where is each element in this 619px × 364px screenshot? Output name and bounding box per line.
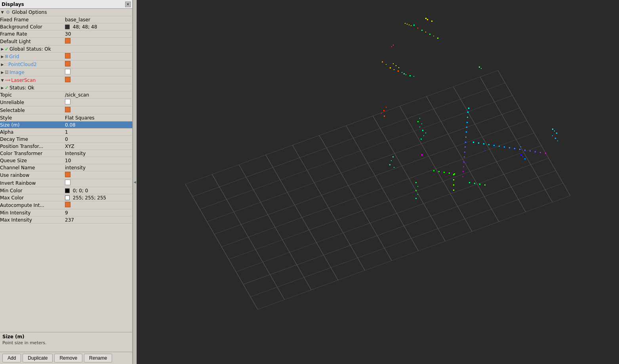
image-name: ▶ 🖼 Image <box>0 69 63 76</box>
pointcloud2-row[interactable]: ▶ ⸬ PointCloud2 <box>0 61 132 68</box>
style-row[interactable]: Style Flat Squares <box>0 114 132 121</box>
topic-name: Topic <box>0 92 63 98</box>
min-intensity-value[interactable]: 9 <box>63 210 132 216</box>
global-status-expand[interactable]: ▶ <box>0 47 5 51</box>
channel-name-value[interactable]: intensity <box>63 165 132 171</box>
topic-row[interactable]: Topic /sick_scan <box>0 91 132 99</box>
alpha-row[interactable]: Alpha 1 <box>0 129 132 136</box>
svg-rect-31 <box>466 131 467 133</box>
svg-rect-39 <box>463 171 464 172</box>
global-options-row[interactable]: ▼ ⚙ Global Options <box>0 9 132 16</box>
laser-status-row[interactable]: ▶ ✓ Status: Ok <box>0 84 132 91</box>
duplicate-button[interactable]: Duplicate <box>23 354 53 362</box>
unreliable-checkbox[interactable] <box>65 99 70 104</box>
global-status-row[interactable]: ▶ ✓ Global Status: Ok <box>0 46 132 53</box>
laser-checkbox[interactable] <box>65 77 70 82</box>
background-color-text: 48; 48; 48 <box>73 24 97 30</box>
grid-row[interactable]: ▶ ⊞ Grid <box>0 53 132 61</box>
image-expand[interactable]: ▶ <box>0 70 5 75</box>
image-checkbox[interactable] <box>65 69 70 74</box>
invert-rainbow-checkbox[interactable] <box>65 180 70 185</box>
collapse-handle[interactable] <box>133 0 137 364</box>
fixed-frame-row[interactable]: Fixed Frame base_laser <box>0 16 132 23</box>
svg-rect-97 <box>389 164 390 165</box>
alpha-value[interactable]: 1 <box>63 129 132 135</box>
grid-checkbox[interactable] <box>65 53 70 59</box>
autocompute-checkbox[interactable] <box>65 202 70 207</box>
pc2-expand[interactable]: ▶ <box>0 62 5 67</box>
pc2-checkbox[interactable] <box>65 61 70 66</box>
laser-expand[interactable]: ▼ <box>0 78 5 83</box>
queue-size-row[interactable]: Queue Size 10 <box>0 157 132 164</box>
color-transformer-name: Color Transformer <box>0 150 63 157</box>
svg-rect-62 <box>444 172 445 173</box>
unreliable-value <box>63 99 132 106</box>
max-intensity-value[interactable]: 237 <box>63 217 132 223</box>
style-value[interactable]: Flat Squares <box>63 115 132 121</box>
use-rainbow-checkbox[interactable] <box>65 172 70 177</box>
size-value[interactable]: 0.08 <box>63 122 132 128</box>
add-button[interactable]: Add <box>2 354 21 362</box>
autocompute-row[interactable]: Autocompute Int... <box>0 201 132 209</box>
selectable-row[interactable]: Selectable <box>0 106 132 114</box>
laser-status-label: Status: Ok <box>10 85 34 91</box>
autocompute-name: Autocompute Int... <box>0 202 63 209</box>
style-name: Style <box>0 115 63 121</box>
svg-rect-105 <box>485 150 486 151</box>
channel-name-label: Channel Name <box>0 165 35 171</box>
alpha-name: Alpha <box>0 129 63 135</box>
laserscan-row[interactable]: ▼ ⟿ LaserScan <box>0 76 132 84</box>
background-color-label: Background Color <box>0 24 42 30</box>
selectable-checkbox[interactable] <box>65 107 70 112</box>
svg-rect-80 <box>386 64 387 65</box>
frame-rate-row[interactable]: Frame Rate 30 <box>0 30 132 38</box>
color-transformer-row[interactable]: Color Transformer Intensity <box>0 150 132 157</box>
position-transform-value[interactable]: XYZ <box>63 143 132 150</box>
visualization-canvas <box>137 0 619 364</box>
min-color-row[interactable]: Min Color 0; 0; 0 <box>0 187 132 194</box>
panel-close-button[interactable]: × <box>125 2 131 7</box>
frame-rate-value[interactable]: 30 <box>63 31 132 37</box>
fixed-frame-value[interactable]: base_laser <box>63 17 132 23</box>
position-transform-row[interactable]: Position Transfor... XYZ <box>0 143 132 150</box>
min-intensity-row[interactable]: Min Intensity 9 <box>0 209 132 216</box>
max-intensity-name: Max Intensity <box>0 217 63 223</box>
pointcloud2-name: ▶ ⸬ PointCloud2 <box>0 61 63 68</box>
grid-expand[interactable]: ▶ <box>0 54 5 59</box>
grid-checkbox-value <box>63 53 132 60</box>
svg-rect-46 <box>499 146 500 147</box>
background-color-row[interactable]: Background Color 48; 48; 48 <box>0 23 132 30</box>
image-row[interactable]: ▶ 🖼 Image <box>0 68 132 76</box>
remove-button[interactable]: Remove <box>54 354 82 362</box>
decay-time-row[interactable]: Decay Time 0 <box>0 136 132 143</box>
svg-rect-91 <box>386 107 387 108</box>
channel-name-name: Channel Name <box>0 165 63 171</box>
default-light-checkbox[interactable] <box>65 38 70 44</box>
color-transformer-value[interactable]: Intensity <box>63 150 132 157</box>
global-status-label: Global Status: Ok <box>10 46 51 52</box>
unreliable-row[interactable]: Unreliable <box>0 99 132 106</box>
svg-rect-106 <box>520 154 522 155</box>
svg-rect-130 <box>552 135 553 136</box>
rename-button[interactable]: Rename <box>84 354 112 362</box>
expand-arrow[interactable]: ▼ <box>0 10 5 15</box>
background-color-value: 48; 48; 48 <box>63 24 132 30</box>
max-color-row[interactable]: Max Color 255; 255; 255 <box>0 194 132 201</box>
size-row[interactable]: Size (m) 0.08 <box>0 121 132 129</box>
use-rainbow-row[interactable]: Use rainbow <box>0 171 132 179</box>
decay-time-value[interactable]: 0 <box>63 136 132 142</box>
invert-rainbow-row[interactable]: Invert Rainbow <box>0 179 132 187</box>
svg-rect-37 <box>463 161 465 163</box>
max-intensity-row[interactable]: Max Intensity 237 <box>0 216 132 224</box>
channel-name-row[interactable]: Channel Name intensity <box>0 164 132 171</box>
decay-time-name: Decay Time <box>0 136 63 142</box>
queue-size-value[interactable]: 10 <box>63 157 132 164</box>
3d-view[interactable] <box>137 0 619 364</box>
max-color-value: 255; 255; 255 <box>63 195 132 201</box>
topic-value[interactable]: /sick_scan <box>63 92 132 98</box>
svg-rect-115 <box>391 46 392 47</box>
tree-area: ▼ ⚙ Global Options Fixed Frame base_lase… <box>0 9 132 332</box>
laser-status-expand[interactable]: ▶ <box>0 85 5 90</box>
default-light-row[interactable]: Default Light <box>0 38 132 46</box>
svg-rect-48 <box>509 147 510 148</box>
